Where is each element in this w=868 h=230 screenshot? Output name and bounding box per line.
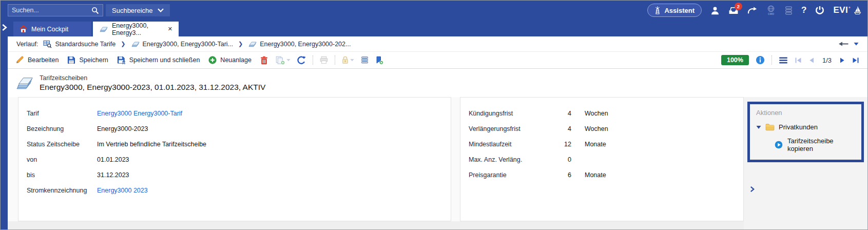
- top-bar: Suchbereiche Assistent 2: [1, 1, 867, 20]
- field-value-link[interactable]: Energy3000 Energy3000-Tarif: [97, 109, 182, 118]
- save-button[interactable]: Speichern: [67, 56, 108, 64]
- lighthouse-icon: [654, 6, 661, 14]
- toolbar-right-group: 100% 1/3: [721, 55, 859, 65]
- chevron-down-icon: [158, 8, 164, 12]
- database-icon[interactable]: [785, 6, 793, 15]
- field-value: 6: [556, 170, 571, 180]
- expand-left-panel-icon[interactable]: [2, 24, 7, 33]
- delete-button[interactable]: [260, 56, 268, 65]
- stack-button[interactable]: [361, 56, 369, 64]
- action-copy-tariff-slice[interactable]: Tarifzeitscheibe kopieren: [775, 137, 855, 152]
- field-value: 0: [556, 155, 571, 164]
- collapsed-left-panel[interactable]: [1, 36, 8, 230]
- next-page-icon[interactable]: [839, 57, 845, 64]
- field-row: Kündigungsfrist 4 Wochen: [469, 109, 735, 118]
- info-icon[interactable]: [756, 55, 765, 65]
- global-search[interactable]: [8, 4, 103, 16]
- tab-energy3000[interactable]: Energy3000, Energy3... ✕: [93, 22, 179, 36]
- search-icon[interactable]: [91, 7, 99, 14]
- globe-cmd-icon[interactable]: CMD: [766, 5, 776, 15]
- breadcrumb-label: Energy3000, Energy3000-Tari...: [143, 41, 234, 48]
- redo-icon[interactable]: [747, 7, 757, 14]
- tab-label: Mein Cockpit: [31, 26, 68, 33]
- field-row: Max. Anz. Verläng. 0: [469, 155, 735, 164]
- breadcrumb-item-zeitscheibe[interactable]: Energy3000, Energy3000-202...: [248, 40, 351, 48]
- field-row: Tarif Energy3000 Energy3000-Tarif: [27, 109, 442, 118]
- field-label: Preisgarantie: [469, 170, 556, 180]
- zoom-level-badge[interactable]: 100%: [721, 55, 749, 65]
- history-dropdown-icon[interactable]: [854, 42, 859, 46]
- save-and-close-button[interactable]: Speichern und schließen: [117, 56, 200, 65]
- power-icon[interactable]: [815, 6, 824, 15]
- field-row: Verlängerungsfrist 4 Wochen: [469, 124, 735, 133]
- field-unit: Wochen: [585, 109, 608, 118]
- previous-page-icon[interactable]: [808, 57, 815, 64]
- page-indicator: 1/3: [822, 56, 832, 64]
- field-value: 4: [556, 124, 571, 133]
- close-icon[interactable]: ✕: [168, 26, 172, 32]
- field-row: Stromkennzeichnung Energy3000 2023: [27, 186, 442, 195]
- field-value: 01.01.2023: [97, 155, 129, 164]
- assistant-button[interactable]: Assistent: [647, 4, 702, 17]
- field-label: Mindestlaufzeit: [469, 140, 556, 149]
- assistant-label: Assistent: [664, 7, 695, 14]
- breadcrumb-prefix: Verlauf:: [16, 41, 38, 48]
- field-unit: Wochen: [585, 124, 608, 133]
- edit-button[interactable]: Bearbeiten: [16, 56, 59, 64]
- field-label: Status Zeitscheibe: [27, 140, 97, 149]
- expand-actions-icon[interactable]: [750, 186, 755, 192]
- field-label: Kündigungsfrist: [469, 109, 556, 118]
- floppy-close-icon: [117, 56, 126, 65]
- brand-logo: EVI°: [833, 5, 851, 15]
- tab-mein-cockpit[interactable]: Mein Cockpit: [13, 22, 91, 36]
- general-fields-card: Tarif Energy3000 Energy3000-Tarif Bezeic…: [18, 97, 451, 221]
- inbox-icon[interactable]: 2: [728, 6, 739, 15]
- menu-icon[interactable]: [779, 56, 788, 64]
- last-page-icon[interactable]: [852, 57, 859, 64]
- copy-record-button[interactable]: [276, 56, 291, 65]
- edit-label: Bearbeiten: [28, 56, 59, 64]
- brand-suffix: °: [848, 6, 851, 11]
- help-icon[interactable]: ?: [801, 5, 806, 15]
- first-page-icon[interactable]: [795, 57, 802, 64]
- collapse-triangle-icon[interactable]: [756, 125, 761, 129]
- field-value: 31.12.2023: [97, 170, 129, 180]
- breadcrumb-item-search[interactable]: Standardsuche Tarife: [43, 40, 115, 48]
- refresh-button[interactable]: [297, 56, 306, 65]
- field-row: Preisgarantie 6 Monate: [469, 170, 735, 180]
- breadcrumb: Verlauf: Standardsuche Tarife ❯ Energy30…: [8, 36, 867, 52]
- history-back-icon[interactable]: [838, 41, 849, 47]
- lock-button[interactable]: [342, 56, 354, 64]
- breadcrumb-separator: ❯: [238, 41, 243, 47]
- search-scope-dropdown[interactable]: Suchbereiche: [106, 4, 170, 16]
- table-search-icon: [43, 40, 52, 48]
- field-row: Status Zeitscheibe Im Vertrieb befindlic…: [27, 140, 442, 149]
- new-record-button[interactable]: Neuanlage: [208, 56, 251, 64]
- field-label: bis: [27, 170, 97, 180]
- user-icon[interactable]: [710, 6, 720, 15]
- actions-sidebar: Aktionen Privatkunden: [744, 97, 867, 230]
- record-toolbar: Bearbeiten Speichern Speichern und schli…: [8, 52, 867, 69]
- actions-folder-privatkunden[interactable]: Privatkunden: [756, 123, 855, 131]
- field-value: 4: [556, 109, 571, 118]
- field-value-link[interactable]: Energy3000 2023: [97, 186, 148, 195]
- lock-dropdown-icon[interactable]: [350, 59, 354, 62]
- field-value: 12: [556, 140, 571, 149]
- field-value: Im Vertrieb befindliche Tarifzeitscheibe: [97, 140, 206, 149]
- field-unit: Monate: [585, 170, 606, 180]
- copy-dropdown-icon[interactable]: [286, 59, 291, 62]
- floppy-icon: [67, 56, 75, 64]
- search-input[interactable]: [12, 7, 91, 14]
- breadcrumb-item-tarif[interactable]: Energy3000, Energy3000-Tari...: [131, 40, 234, 48]
- bookmark-add-button[interactable]: [375, 56, 383, 65]
- sailboat-icon: [854, 6, 861, 15]
- record-type-label: Tarifzeitscheiben: [40, 74, 265, 82]
- breadcrumb-label: Energy3000, Energy3000-202...: [260, 41, 351, 48]
- svg-text:CMD: CMD: [768, 12, 774, 15]
- field-row: bis 31.12.2023: [27, 170, 442, 180]
- field-row: Mindestlaufzeit 12 Monate: [469, 140, 735, 149]
- topbar-actions: Assistent 2 CMD: [647, 4, 867, 17]
- field-row: Bezeichnung Energy3000-2023: [27, 124, 442, 133]
- action-label: Tarifzeitscheibe kopieren: [787, 137, 855, 152]
- print-button[interactable]: [320, 56, 328, 64]
